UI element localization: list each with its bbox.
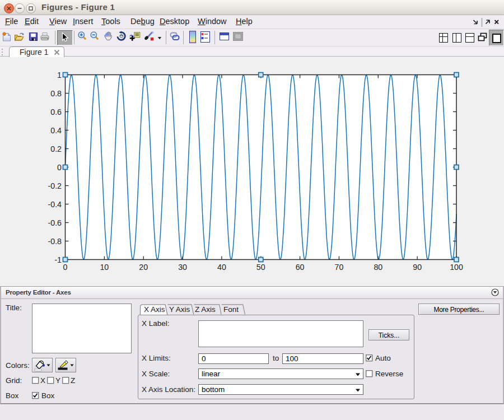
svg-text:10: 10 bbox=[100, 263, 109, 272]
svg-text:0.8: 0.8 bbox=[50, 89, 62, 98]
svg-text:0: 0 bbox=[57, 163, 62, 172]
svg-text:90: 90 bbox=[413, 263, 422, 272]
svg-text:0: 0 bbox=[63, 263, 68, 272]
svg-text:40: 40 bbox=[217, 263, 226, 272]
svg-text:30: 30 bbox=[178, 263, 187, 272]
svg-text:80: 80 bbox=[374, 263, 382, 272]
svg-text:0.4: 0.4 bbox=[50, 126, 62, 135]
svg-text:-1: -1 bbox=[54, 255, 62, 264]
svg-text:-0.2: -0.2 bbox=[48, 181, 62, 190]
svg-text:60: 60 bbox=[296, 263, 305, 272]
svg-text:-0.4: -0.4 bbox=[48, 200, 62, 209]
svg-text:0.2: 0.2 bbox=[50, 144, 62, 153]
svg-text:0.6: 0.6 bbox=[50, 108, 62, 116]
svg-text:-0.6: -0.6 bbox=[48, 218, 62, 227]
svg-text:100: 100 bbox=[450, 263, 463, 272]
svg-text:50: 50 bbox=[256, 263, 265, 272]
svg-text:20: 20 bbox=[139, 263, 148, 272]
svg-text:70: 70 bbox=[335, 263, 344, 272]
svg-text:1: 1 bbox=[57, 71, 62, 80]
svg-text:-0.8: -0.8 bbox=[48, 237, 62, 246]
